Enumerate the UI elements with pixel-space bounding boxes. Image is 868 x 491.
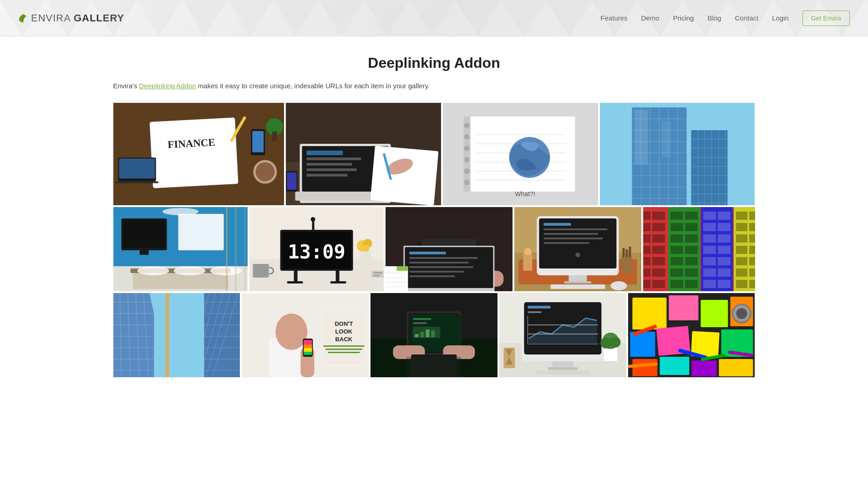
svg-rect-212	[736, 268, 747, 277]
gallery-item[interactable]	[600, 103, 755, 205]
nav-pricing[interactable]: Pricing	[673, 14, 694, 22]
gallery-item[interactable]	[514, 207, 641, 291]
svg-rect-179	[685, 246, 698, 254]
get-envira-button[interactable]: Get Envira	[802, 10, 850, 26]
svg-rect-147	[550, 284, 605, 289]
svg-point-35	[464, 146, 469, 151]
svg-rect-101	[335, 271, 339, 282]
svg-rect-280	[406, 357, 461, 377]
gallery-item[interactable]: FINANCE	[113, 103, 284, 205]
svg-text:What?!: What?!	[515, 190, 535, 197]
svg-rect-262	[324, 345, 365, 347]
svg-rect-306	[700, 300, 728, 327]
svg-rect-203	[749, 212, 755, 220]
svg-rect-189	[703, 223, 716, 231]
gallery-item[interactable]	[371, 293, 497, 377]
svg-point-154	[524, 248, 531, 255]
svg-rect-256	[304, 352, 312, 355]
svg-rect-271	[413, 322, 426, 324]
svg-rect-142	[543, 228, 607, 230]
svg-rect-168	[652, 268, 665, 277]
svg-rect-92	[226, 207, 227, 291]
svg-rect-304	[632, 298, 666, 329]
svg-rect-195	[703, 257, 716, 265]
svg-rect-169	[643, 280, 650, 288]
svg-rect-194	[718, 246, 731, 254]
svg-rect-211	[749, 257, 755, 265]
svg-rect-264	[328, 352, 360, 353]
svg-rect-162	[652, 234, 665, 243]
nav-login[interactable]: Login	[772, 14, 789, 22]
svg-rect-165	[643, 257, 650, 265]
svg-rect-177	[685, 234, 698, 243]
svg-rect-127	[409, 275, 455, 277]
nav-features[interactable]: Features	[600, 14, 627, 22]
gallery-item[interactable]: DON'T LOOK BACK	[242, 293, 369, 377]
svg-rect-213	[749, 268, 755, 277]
gallery-item[interactable]	[113, 293, 240, 377]
gallery-item[interactable]	[386, 207, 513, 291]
svg-rect-21	[306, 163, 352, 166]
svg-rect-112	[373, 272, 382, 273]
svg-rect-181	[685, 257, 698, 265]
svg-rect-20	[306, 157, 361, 160]
svg-rect-133	[396, 266, 408, 271]
svg-rect-183	[685, 268, 698, 277]
svg-rect-166	[652, 257, 665, 265]
svg-rect-13	[272, 132, 277, 141]
logo-text-envira: ENVIRA	[31, 12, 71, 24]
deeplinking-addon-link[interactable]: Deeplinking Addon	[139, 82, 196, 90]
svg-point-34	[464, 134, 469, 140]
gallery-item[interactable]	[628, 293, 755, 377]
svg-rect-122	[409, 252, 446, 254]
svg-rect-175	[685, 223, 698, 231]
svg-point-105	[310, 217, 315, 222]
svg-rect-196	[718, 257, 731, 265]
svg-rect-245	[165, 293, 169, 377]
svg-rect-178	[670, 246, 683, 254]
svg-rect-301	[535, 370, 590, 375]
image-gallery: FINANCE	[113, 103, 755, 377]
svg-rect-152	[629, 247, 631, 257]
svg-rect-84	[178, 214, 223, 250]
svg-rect-176	[670, 234, 683, 243]
nav-demo[interactable]: Demo	[641, 14, 660, 22]
svg-rect-187	[703, 212, 716, 220]
svg-rect-126	[409, 271, 464, 273]
svg-point-90	[173, 266, 205, 275]
svg-rect-25	[370, 146, 438, 205]
svg-rect-202	[736, 212, 747, 220]
svg-point-85	[162, 208, 198, 215]
nav-contact[interactable]: Contact	[735, 14, 758, 22]
svg-rect-161	[643, 234, 650, 243]
gallery-item[interactable]: 13:09	[249, 207, 384, 291]
site-header: ENVIRAGALLERY Features Demo Pricing Blog…	[0, 0, 868, 36]
gallery-item[interactable]	[499, 293, 626, 377]
svg-rect-150	[622, 248, 624, 257]
gallery-item[interactable]	[643, 207, 755, 291]
gallery-item[interactable]: What?!	[443, 103, 598, 205]
svg-point-148	[610, 281, 627, 290]
svg-rect-124	[409, 262, 468, 263]
page-description: Envira's Deeplinking Addon makes it easy…	[113, 81, 755, 91]
gallery-item[interactable]	[286, 103, 441, 205]
svg-rect-263	[326, 349, 362, 350]
svg-point-146	[575, 253, 580, 257]
svg-rect-207	[749, 234, 755, 243]
svg-rect-193	[703, 246, 716, 254]
svg-rect-205	[749, 223, 755, 231]
description-suffix: makes it easy to create unique, indexabl…	[196, 82, 430, 90]
svg-rect-209	[749, 246, 755, 254]
description-prefix: Envira's	[113, 82, 139, 90]
gallery-item[interactable]	[113, 207, 248, 291]
logo-text-gallery: GALLERY	[74, 12, 124, 24]
svg-rect-254	[304, 344, 312, 348]
nav-blog[interactable]: Blog	[707, 14, 721, 22]
svg-rect-180	[670, 257, 683, 265]
logo[interactable]: ENVIRAGALLERY	[18, 12, 124, 24]
svg-rect-29	[287, 172, 296, 190]
svg-rect-253	[304, 340, 312, 344]
svg-rect-63	[634, 110, 648, 164]
svg-point-36	[464, 157, 469, 162]
svg-point-109	[362, 244, 369, 252]
